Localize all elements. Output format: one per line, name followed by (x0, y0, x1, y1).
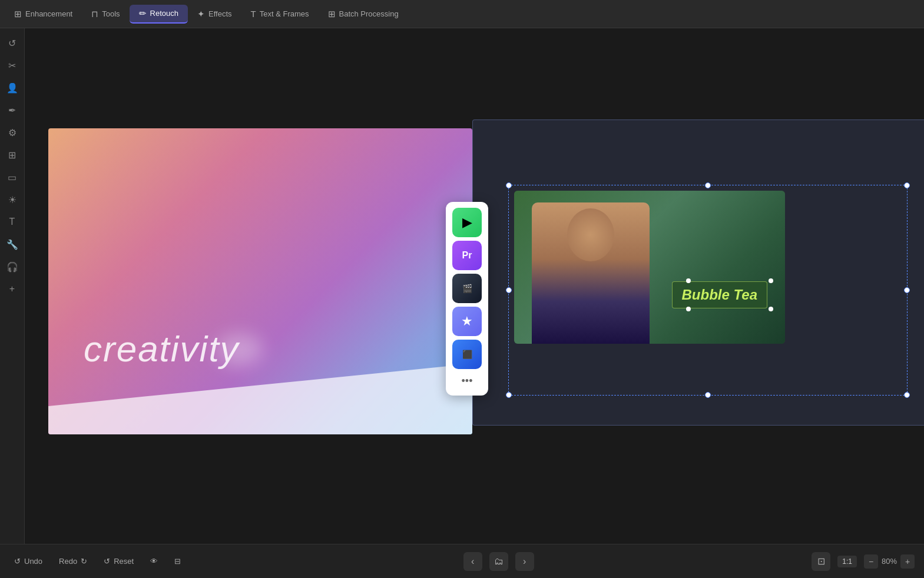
tools-icon: ⊓ (91, 9, 98, 19)
bubble-tea-handle-bl[interactable] (686, 307, 691, 311)
undo-icon: ↺ (14, 557, 21, 566)
bubble-tea-handle-tr[interactable] (769, 278, 773, 283)
bubble-tea-label[interactable]: Bubble Tea (672, 281, 767, 308)
text-frames-icon: T (251, 9, 256, 19)
tab-batch-processing-label: Batch Processing (339, 9, 399, 18)
tab-effects-label: Effects (208, 9, 232, 18)
sidebar-btn-settings[interactable]: ⚙ (2, 122, 22, 142)
app-icon-premiere-pro[interactable]: Pr (452, 241, 482, 270)
tab-retouch[interactable]: ✏ Retouch (130, 5, 188, 24)
effects-icon: ✦ (197, 9, 205, 19)
bottom-right: ⊡ 1:1 − 80% + (812, 552, 915, 571)
split-view-icon: ⊟ (174, 557, 181, 566)
sidebar-btn-text[interactable]: T (2, 212, 22, 232)
reset-button[interactable]: ↺ Reset (99, 554, 138, 568)
zoom-in-button[interactable]: + (900, 554, 915, 569)
creativity-word: creativity (84, 328, 240, 370)
video-photo: Bubble Tea (514, 191, 785, 344)
bubble-tea-handle-tl[interactable] (686, 278, 691, 283)
redo-icon: ↻ (81, 557, 87, 566)
main-layout: ↺ ✂ 👤 ✒ ⚙ ⊞ ▭ ☀ T 🔧 🎧 + creativity ▶ Pr … (0, 28, 924, 544)
sidebar-btn-rect[interactable]: ▭ (2, 167, 22, 187)
zoom-out-button[interactable]: − (864, 554, 878, 569)
bottom-center: ‹ 🗂 › (463, 552, 534, 571)
redo-button[interactable]: Redo ↻ (54, 554, 92, 568)
enhancement-icon: ⊞ (14, 9, 22, 19)
sidebar-btn-grid[interactable]: ⊞ (2, 145, 22, 165)
sidebar-btn-scissors[interactable]: ✂ (2, 55, 22, 75)
ratio-badge: 1:1 (837, 556, 857, 567)
retouch-icon: ✏ (139, 8, 147, 19)
prev-button[interactable]: ‹ (463, 552, 482, 571)
tab-text-frames[interactable]: T Text & Frames (241, 5, 319, 22)
redo-label: Redo (59, 557, 77, 566)
eye-icon: 👁 (150, 557, 158, 566)
top-navigation: ⊞ Enhancement ⊓ Tools ✏ Retouch ✦ Effect… (0, 0, 924, 28)
handle-bottom-right[interactable] (904, 392, 910, 398)
zoom-control: − 80% + (864, 554, 915, 569)
handle-bottom-mid[interactable] (705, 392, 711, 398)
panel-more-button[interactable]: ••• (459, 373, 475, 390)
sidebar-btn-pen[interactable]: ✒ (2, 100, 22, 120)
canvas-creativity-text: creativity (84, 328, 240, 370)
sidebar-btn-sun[interactable]: ☀ (2, 190, 22, 210)
handle-mid-right[interactable] (904, 287, 910, 293)
tab-enhancement[interactable]: ⊞ Enhancement (5, 5, 82, 23)
app-icon-final-cut[interactable]: 🎬 (452, 274, 482, 303)
bottom-bar: ↺ Undo Redo ↻ ↺ Reset 👁 ⊟ ‹ 🗂 › ⊡ 1:1 − … (0, 544, 924, 578)
video-person-head (567, 208, 614, 261)
sidebar-btn-undo[interactable]: ↺ (2, 33, 22, 53)
handle-top-left[interactable] (506, 182, 512, 188)
video-photo-inner: Bubble Tea (514, 191, 785, 344)
fullscreen-button[interactable]: ⊡ (812, 552, 830, 571)
tab-retouch-label: Retouch (150, 9, 178, 18)
handle-bottom-left[interactable] (506, 392, 512, 398)
next-button[interactable]: › (515, 552, 534, 571)
bubble-tea-handle-br[interactable] (769, 307, 773, 311)
tab-batch-processing[interactable]: ⊞ Batch Processing (319, 5, 408, 23)
app-icon-star[interactable]: ★ (452, 307, 482, 336)
undo-button[interactable]: ↺ Undo (9, 554, 47, 568)
sidebar-btn-headphones[interactable]: 🎧 (2, 257, 22, 277)
tab-tools[interactable]: ⊓ Tools (82, 5, 129, 23)
tab-enhancement-label: Enhancement (25, 9, 72, 18)
app-icon-screenflow[interactable]: ⬛ (452, 340, 482, 369)
tab-tools-label: Tools (102, 9, 120, 18)
sidebar-btn-add[interactable]: + (2, 279, 22, 299)
reset-icon: ↺ (104, 557, 110, 566)
handle-mid-left[interactable] (506, 287, 512, 293)
tab-effects[interactable]: ✦ Effects (188, 5, 241, 23)
main-canvas: creativity (48, 128, 472, 434)
folder-button[interactable]: 🗂 (489, 552, 508, 571)
bottom-left: ↺ Undo Redo ↻ ↺ Reset 👁 ⊟ (9, 554, 186, 568)
timeline: ♪ (920, 354, 924, 396)
canvas-white-shape (48, 364, 472, 434)
batch-processing-icon: ⊞ (328, 9, 336, 19)
app-icon-green-arrow[interactable]: ▶ (452, 208, 482, 237)
handle-top-right[interactable] (904, 182, 910, 188)
left-sidebar: ↺ ✂ 👤 ✒ ⚙ ⊞ ▭ ☀ T 🔧 🎧 + (0, 28, 25, 544)
handle-top-mid[interactable] (705, 182, 711, 188)
sidebar-btn-person[interactable]: 👤 (2, 78, 22, 98)
right-panel: Bubble Tea ♪ (472, 119, 924, 426)
zoom-level: 80% (882, 557, 897, 566)
reset-label: Reset (114, 557, 134, 566)
eye-button[interactable]: 👁 (145, 554, 163, 568)
sidebar-btn-tool[interactable]: 🔧 (2, 234, 22, 254)
undo-label: Undo (24, 557, 42, 566)
tab-text-frames-label: Text & Frames (260, 9, 309, 18)
canvas-area: creativity ▶ Pr 🎬 ★ ⬛ ••• (25, 28, 924, 544)
floating-app-panel: ▶ Pr 🎬 ★ ⬛ ••• (446, 202, 488, 396)
split-view-button[interactable]: ⊟ (170, 554, 186, 568)
video-person (532, 202, 650, 344)
